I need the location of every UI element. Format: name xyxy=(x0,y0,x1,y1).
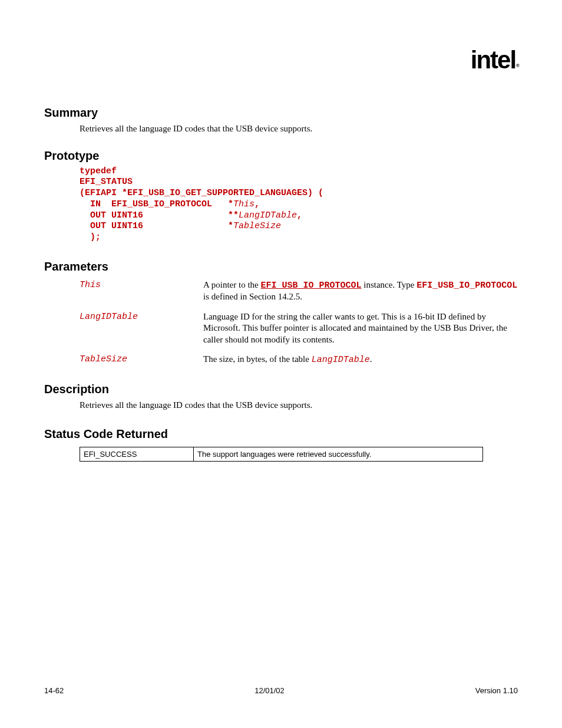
summary-text: Retrieves all the language ID codes that… xyxy=(80,123,518,135)
proto-param: TableSize xyxy=(233,221,281,231)
description-text: Retrieves all the language ID codes that… xyxy=(80,400,518,411)
param-name: This xyxy=(80,279,203,303)
proto-line: (EFIAPI *EFI_USB_IO_GET_SUPPORTED_LANGUA… xyxy=(80,188,323,198)
param-text: The size, in bytes, of the table xyxy=(203,354,312,364)
proto-param: This xyxy=(233,199,254,209)
param-desc: Language ID for the string the caller wa… xyxy=(203,311,518,346)
status-table: EFI_SUCCESS The support languages were r… xyxy=(80,447,483,462)
proto-punct: , xyxy=(254,199,260,209)
parameters-heading: Parameters xyxy=(44,260,518,274)
status-heading: Status Code Returned xyxy=(44,427,518,441)
code-ref: EFI_USB_IO_PROTOCOL xyxy=(416,281,517,291)
description-heading: Description xyxy=(44,383,518,396)
status-code-cell: EFI_SUCCESS xyxy=(80,447,194,462)
prototype-code: typedef EFI_STATUS (EFIAPI *EFI_USB_IO_G… xyxy=(80,166,518,243)
intel-logo: intel® xyxy=(471,46,518,74)
proto-line: OUT UINT16 * xyxy=(80,221,233,231)
proto-line: OUT UINT16 ** xyxy=(80,210,239,220)
param-name: LangIDTable xyxy=(80,311,203,346)
proto-line: IN EFI_USB_IO_PROTOCOL * xyxy=(80,199,233,209)
proto-line: typedef xyxy=(80,166,117,176)
proto-punct: , xyxy=(297,210,302,220)
table-row: EFI_SUCCESS The support languages were r… xyxy=(80,447,483,462)
prototype-heading: Prototype xyxy=(44,149,518,163)
code-ref-italic: LangIDTable xyxy=(312,355,370,365)
param-text: is defined in Section 14.2.5. xyxy=(203,292,302,301)
summary-heading: Summary xyxy=(44,106,518,120)
footer-version: Version 1.10 xyxy=(475,686,518,695)
status-meaning-cell: The support languages were retrieved suc… xyxy=(194,447,483,462)
proto-line: ); xyxy=(80,232,101,242)
param-row: This A pointer to the EFI_USB_IO_PROTOCO… xyxy=(80,279,518,303)
proto-line: EFI_STATUS xyxy=(80,177,133,187)
proto-param: LangIDTable xyxy=(239,210,297,220)
param-row: LangIDTable Language ID for the string t… xyxy=(80,311,518,346)
page-content: Summary Retrieves all the language ID co… xyxy=(44,106,518,462)
param-name: TableSize xyxy=(80,354,203,366)
param-text: instance. Type xyxy=(362,280,417,289)
param-desc: A pointer to the EFI_USB_IO_PROTOCOL ins… xyxy=(203,279,518,303)
param-desc: The size, in bytes, of the table LangIDT… xyxy=(203,354,518,366)
page-footer: 14-62 12/01/02 Version 1.10 xyxy=(44,686,518,695)
footer-page-number: 14-62 xyxy=(44,686,64,695)
footer-date: 12/01/02 xyxy=(254,686,285,695)
param-row: TableSize The size, in bytes, of the tab… xyxy=(80,354,518,366)
code-ref-link[interactable]: EFI_USB_IO_PROTOCOL xyxy=(261,281,362,291)
param-text: . xyxy=(370,354,372,364)
param-text: A pointer to the xyxy=(203,280,261,289)
